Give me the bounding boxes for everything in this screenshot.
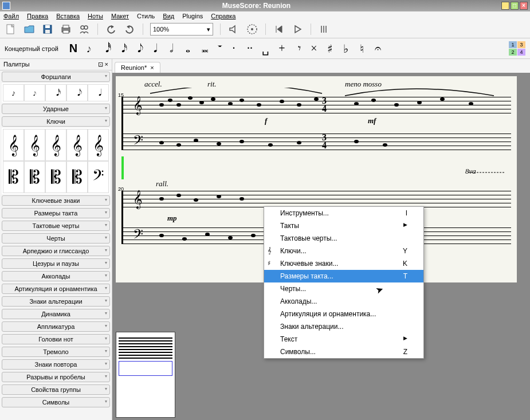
flip[interactable]: 𝄐 (372, 42, 384, 55)
maximize-button[interactable]: □ (511, 2, 519, 10)
new-file-icon[interactable] (5, 23, 17, 36)
rest2[interactable]: 𝄾 (292, 42, 304, 55)
note-breve[interactable]: 𝅜 (196, 42, 207, 55)
ctx-measures[interactable]: Такты▶ (264, 219, 423, 232)
note-32[interactable]: 𝅘𝅥𝅰 (100, 42, 111, 55)
clef-cell[interactable]: 𝄢 (88, 161, 109, 193)
note-16[interactable]: 𝅘𝅥𝅯 (116, 42, 127, 55)
grace-cell[interactable]: 𝆔 (3, 84, 24, 101)
palette-breath[interactable]: Цезуры и паузы (2, 258, 110, 269)
palette-undock-icon[interactable]: ⊡ × (98, 61, 108, 68)
minimize-button[interactable]: _ (501, 2, 509, 10)
palette-brackets[interactable]: Акколады (2, 271, 110, 281)
repeat-icon[interactable] (318, 23, 331, 36)
print-icon[interactable] (60, 23, 72, 36)
community-icon[interactable] (78, 23, 91, 36)
palette-finger[interactable]: Аппликатура (2, 321, 110, 332)
clef-cell[interactable]: 𝄞 (88, 129, 109, 161)
palette-breaks[interactable]: Разрывы и пробелы (2, 372, 110, 382)
thumbnail-page-1[interactable] (116, 332, 175, 418)
clef-cell[interactable]: 𝄞 (66, 129, 88, 161)
ctx-text[interactable]: Текст▶ (264, 333, 423, 346)
menu-plugins[interactable]: Plugins (182, 13, 203, 19)
clef-cell[interactable]: 𝄡 (24, 161, 45, 193)
redo-icon[interactable] (123, 23, 136, 36)
note-64[interactable]: 𝆕 (84, 42, 95, 55)
close-button[interactable]: × (520, 2, 528, 10)
concert-pitch-label[interactable]: Концертный строй (5, 45, 58, 52)
menu-help[interactable]: Справка (211, 13, 235, 19)
clef-cell[interactable]: 𝄞 (3, 129, 24, 161)
palette-grace[interactable]: Форшлаги (2, 72, 110, 82)
ctx-symbols[interactable]: Символы...Z (264, 346, 423, 358)
menu-edit[interactable]: Правка (27, 13, 48, 19)
palette-heads[interactable]: Головки нот (2, 334, 110, 344)
ctx-timesig[interactable]: Размеры такта...T (264, 270, 423, 282)
palette-beamprops[interactable]: Свойства группы (2, 384, 110, 395)
palette-clefs[interactable]: Ключи (2, 116, 110, 127)
menu-style[interactable]: Стиль (137, 13, 155, 19)
note-longa[interactable]: 𝄻 (212, 42, 223, 55)
zoom-select[interactable]: 100%▾ (150, 23, 213, 36)
flat[interactable]: ♭ (340, 42, 352, 56)
close-tab-icon[interactable]: × (150, 64, 154, 71)
double-dot[interactable]: ·· (244, 42, 256, 55)
grace-cell[interactable]: 𝅘𝅥𝅯 (45, 84, 66, 101)
clef-cell[interactable]: 𝄡 (3, 161, 24, 193)
palette-arp[interactable]: Арпеджио и глиссандо (2, 246, 110, 256)
palette-artic[interactable]: Артикуляция и орнаментика (2, 284, 110, 294)
ctx-brackets[interactable]: Акколады... (264, 295, 423, 308)
palette-lines[interactable]: Черты (2, 233, 110, 244)
note-8[interactable]: 𝅘𝅥𝅮 (132, 42, 143, 55)
palette-dyn[interactable]: Динамика (2, 309, 110, 319)
grace-cell[interactable]: 𝆕 (24, 84, 45, 101)
ctx-accid[interactable]: Знаки альтерации... (264, 320, 423, 333)
palette-accid[interactable]: Знаки альтерации (2, 296, 110, 307)
note-input-n[interactable]: N (68, 42, 79, 55)
dot[interactable]: · (228, 42, 240, 55)
grace-cell[interactable]: 𝅘𝅥 (88, 84, 109, 101)
midi-icon[interactable] (246, 23, 258, 36)
note-half[interactable]: 𝅗𝅥 (164, 42, 175, 55)
ctx-instruments[interactable]: Инструменты...I (264, 207, 423, 219)
note-quarter[interactable]: 𝅘𝅥 (148, 42, 159, 55)
palette-repeats[interactable]: Знаки повтора (2, 359, 110, 370)
menu-insert[interactable]: Вставка (56, 13, 80, 19)
menu-view[interactable]: Вид (163, 13, 174, 19)
clef-cell[interactable]: 𝄡 (66, 161, 88, 193)
clef-cell[interactable]: 𝄞 (24, 129, 45, 161)
palette-barlines[interactable]: Тактовые черты (2, 221, 110, 231)
menu-layout[interactable]: Макет (111, 13, 129, 19)
rest[interactable]: + (276, 42, 288, 55)
rewind-icon[interactable] (273, 23, 285, 36)
palette-timesig[interactable]: Размеры такта (2, 208, 110, 218)
voice-2[interactable]: 2 (509, 49, 517, 56)
voice-1[interactable]: 1 (509, 41, 517, 48)
tie[interactable]: ␣ (260, 42, 272, 56)
voice-3[interactable]: 3 (517, 41, 525, 48)
save-file-icon[interactable] (41, 23, 54, 36)
clef-cell[interactable]: 𝄡 (45, 161, 66, 193)
open-file-icon[interactable] (23, 23, 36, 36)
clef-cell[interactable]: 𝄞 (45, 129, 66, 161)
palette-keysig[interactable]: Ключевые знаки (2, 195, 110, 206)
sharp[interactable]: ♯ (324, 42, 336, 56)
play-icon[interactable] (291, 23, 304, 36)
note-whole[interactable]: 𝅝 (180, 42, 191, 55)
ctx-keysig[interactable]: ♯Ключевые знаки...K (264, 257, 423, 270)
sound-icon[interactable] (227, 23, 240, 36)
palette-symbols[interactable]: Символы (2, 397, 110, 407)
ctx-lines[interactable]: Черты... (264, 282, 423, 295)
palette-tremolo[interactable]: Тремоло (2, 347, 110, 357)
menu-notes[interactable]: Ноты (88, 13, 103, 19)
menu-file[interactable]: Файл (3, 13, 19, 19)
voice-4[interactable]: 4 (517, 49, 525, 56)
double-sharp[interactable]: × (308, 42, 320, 55)
ctx-barlines[interactable]: Тактовые черты... (264, 232, 423, 245)
grace-cell[interactable]: 𝅘𝅥𝅮 (66, 84, 88, 101)
ctx-artic[interactable]: Артикуляция и орнаментика... (264, 308, 423, 320)
undo-icon[interactable] (105, 23, 117, 36)
ctx-clefs[interactable]: 𝄞Ключи...Y (264, 245, 423, 257)
palette-drums[interactable]: Ударные (2, 104, 110, 114)
natural[interactable]: ♮ (356, 42, 368, 56)
